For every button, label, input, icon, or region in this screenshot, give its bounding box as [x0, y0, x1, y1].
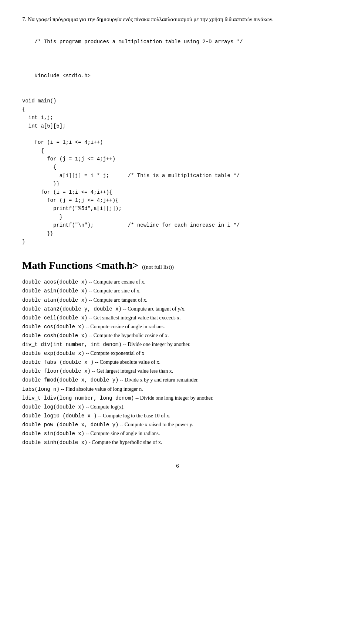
math-functions-list: double acos(double x) -- Compute arc cos…: [22, 278, 333, 447]
math-fn-item: div_t div(int number, int denom) -- Divi…: [22, 340, 333, 349]
fn-description: -- Divide one integer by another.: [123, 342, 190, 347]
fn-description: -- Find absolute value of long integer n…: [61, 386, 143, 392]
fn-signature: double sin(double x): [22, 431, 84, 437]
math-fn-item: double log10 (double x ) -- Compute log …: [22, 411, 333, 420]
page-content: 7. Να γραφεί πρόγραμμα για την δημιουργί…: [22, 15, 333, 470]
fn-description: -- Divide one long integer by another.: [135, 395, 213, 401]
fn-description: -- Compute log(x).: [86, 404, 125, 410]
fn-signature: double atan2(double y, double x): [22, 306, 122, 312]
fn-description: -- Compute absolute value of x.: [95, 359, 160, 365]
fn-signature: double asin(double x): [22, 288, 87, 294]
fn-description: -- Compute cosine of angle in radians.: [86, 324, 165, 329]
fn-signature: double log(double x): [22, 404, 84, 410]
fn-description: -- Divide x by y and return remainder.: [120, 377, 199, 383]
fn-description: -- Compute arc tangent of y/x.: [123, 306, 186, 312]
math-fn-item: double atan2(double y, double x) -- Comp…: [22, 305, 333, 313]
fn-signature: double cosh(double x): [22, 333, 87, 339]
fn-signature: double floor(double x): [22, 368, 91, 374]
math-fn-item: double fmod(double x, double y) -- Divid…: [22, 376, 333, 384]
fn-description: -- Compute exponential of x: [86, 350, 145, 356]
greek-heading: 7. Να γραφεί πρόγραμμα για την δημιουργί…: [22, 15, 333, 24]
fn-description: -- Get smallest integral value that exce…: [89, 315, 181, 321]
fn-description: -- Compute sine of angle in radians.: [86, 431, 160, 436]
comment-heading: /* This program produces a multiplicatio…: [22, 30, 333, 54]
fn-signature: double ceil(double x): [22, 315, 87, 321]
fn-signature: ldiv_t ldiv(long number, long denom): [22, 395, 134, 401]
fn-signature: double fabs (double x ): [22, 359, 94, 365]
fn-signature: double acos(double x): [22, 279, 87, 285]
math-fn-item: double atan(double x) -- Compute arc tan…: [22, 296, 333, 305]
fn-signature: double cos(double x): [22, 324, 84, 330]
fn-description: -- Compute log to the base 10 of x.: [98, 413, 170, 418]
fn-signature: double atan(double x): [22, 297, 87, 303]
fn-signature: double pow (double x, double y): [22, 422, 118, 428]
math-fn-item: double exp(double x) -- Compute exponent…: [22, 349, 333, 358]
math-fn-item: double floor(double x) -- Get largest in…: [22, 367, 333, 376]
math-fn-item: double acos(double x) -- Compute arc cos…: [22, 278, 333, 287]
math-fn-item: double sin(double x) -- Compute sine of …: [22, 429, 333, 438]
math-fn-item: double cos(double x) -- Compute cosine o…: [22, 322, 333, 331]
math-fn-item: double sinh(double x) - Compute the hype…: [22, 438, 333, 447]
math-fn-item: double log(double x) -- Compute log(x).: [22, 403, 333, 411]
math-subheading: ((not full list)): [142, 263, 174, 271]
fn-signature: double exp(double x): [22, 350, 84, 356]
page-number: 6: [22, 462, 333, 470]
fn-description: -- Compute arc sine of x.: [89, 288, 141, 294]
math-fn-item: ldiv_t ldiv(long number, long denom) -- …: [22, 394, 333, 403]
fn-description: -- Compute arc tangent of x.: [89, 297, 148, 303]
fn-description: -- Compute the hyperbolic cosine of x.: [89, 333, 169, 338]
include-line: #include <stdio.h>: [22, 63, 333, 88]
fn-description: - Compute the hyperbolic sine of x.: [89, 440, 162, 445]
main-code-block: void main() { int i,j; int a[5][5]; for …: [22, 97, 333, 246]
math-heading-text: Math Functions <math.h>: [22, 258, 138, 273]
fn-signature: double sinh(double x): [22, 440, 87, 445]
math-heading: Math Functions <math.h> ((not full list)…: [22, 258, 333, 273]
fn-description: -- Get largest integral value less than …: [92, 368, 173, 374]
fn-signature: div_t div(int number, int denom): [22, 342, 122, 348]
fn-signature: double log10 (double x ): [22, 413, 97, 419]
fn-description: -- Compute arc cosine of x.: [89, 279, 145, 285]
math-fn-item: double pow (double x, double y) -- Compu…: [22, 420, 333, 429]
fn-signature: double fmod(double x, double y): [22, 377, 118, 383]
math-fn-item: double cosh(double x) -- Compute the hyp…: [22, 331, 333, 340]
fn-description: -- Compute x raised to the power y.: [120, 422, 193, 427]
math-fn-item: labs(long n) -- Find absolute value of l…: [22, 385, 333, 394]
math-fn-item: double ceil(double x) -- Get smallest in…: [22, 313, 333, 322]
math-fn-item: double fabs (double x ) -- Compute absol…: [22, 358, 333, 367]
fn-signature: labs(long n): [22, 386, 60, 392]
math-fn-item: double asin(double x) -- Compute arc sin…: [22, 287, 333, 295]
